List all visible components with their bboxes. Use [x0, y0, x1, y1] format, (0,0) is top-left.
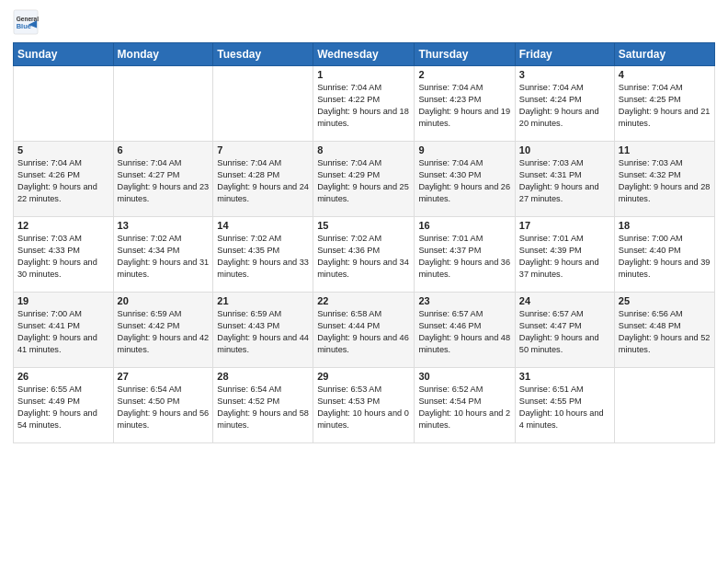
- weekday-header-row: SundayMondayTuesdayWednesdayThursdayFrid…: [14, 43, 715, 66]
- week-row-2: 5Sunrise: 7:04 AMSunset: 4:26 PMDaylight…: [14, 142, 715, 217]
- weekday-header-tuesday: Tuesday: [213, 43, 313, 66]
- cell-info: Sunrise: 6:52 AMSunset: 4:54 PMDaylight:…: [418, 384, 510, 431]
- calendar-cell: 31Sunrise: 6:51 AMSunset: 4:55 PMDayligh…: [515, 368, 614, 443]
- cell-info: Sunrise: 7:04 AMSunset: 4:26 PMDaylight:…: [17, 157, 109, 205]
- calendar-cell: [113, 66, 213, 142]
- day-number: 22: [317, 295, 410, 306]
- day-number: 6: [118, 144, 210, 155]
- weekday-header-wednesday: Wednesday: [313, 43, 415, 66]
- calendar-cell: 4Sunrise: 7:04 AMSunset: 4:25 PMDaylight…: [614, 66, 714, 142]
- cell-info: Sunrise: 6:57 AMSunset: 4:46 PMDaylight:…: [418, 308, 510, 356]
- cell-info: Sunrise: 7:04 AMSunset: 4:29 PMDaylight:…: [317, 157, 410, 205]
- day-number: 23: [418, 295, 510, 306]
- weekday-header-thursday: Thursday: [415, 43, 515, 66]
- day-number: 20: [118, 295, 210, 306]
- day-number: 2: [418, 69, 510, 80]
- day-number: 17: [519, 220, 610, 231]
- calendar-table: SundayMondayTuesdayWednesdayThursdayFrid…: [13, 42, 715, 443]
- logo-icon: General Blue: [13, 9, 39, 35]
- week-row-4: 19Sunrise: 7:00 AMSunset: 4:41 PMDayligh…: [14, 293, 715, 368]
- calendar-cell: 27Sunrise: 6:54 AMSunset: 4:50 PMDayligh…: [113, 368, 213, 443]
- day-number: 30: [418, 371, 510, 382]
- week-row-5: 26Sunrise: 6:55 AMSunset: 4:49 PMDayligh…: [14, 368, 715, 443]
- calendar-cell: 29Sunrise: 6:53 AMSunset: 4:53 PMDayligh…: [313, 368, 415, 443]
- day-number: 12: [17, 220, 109, 231]
- weekday-header-friday: Friday: [515, 43, 614, 66]
- day-number: 29: [317, 371, 410, 382]
- calendar-cell: 6Sunrise: 7:04 AMSunset: 4:27 PMDaylight…: [113, 142, 213, 217]
- day-number: 16: [418, 220, 510, 231]
- cell-info: Sunrise: 7:03 AMSunset: 4:32 PMDaylight:…: [619, 157, 711, 205]
- calendar-cell: 5Sunrise: 7:04 AMSunset: 4:26 PMDaylight…: [14, 142, 114, 217]
- day-number: 24: [519, 295, 610, 306]
- day-number: 19: [17, 295, 109, 306]
- calendar-cell: 30Sunrise: 6:52 AMSunset: 4:54 PMDayligh…: [415, 368, 515, 443]
- calendar-cell: 3Sunrise: 7:04 AMSunset: 4:24 PMDaylight…: [515, 66, 614, 142]
- day-number: 18: [619, 220, 711, 231]
- cell-info: Sunrise: 7:04 AMSunset: 4:22 PMDaylight:…: [317, 82, 410, 130]
- week-row-1: 1Sunrise: 7:04 AMSunset: 4:22 PMDaylight…: [14, 66, 715, 142]
- week-row-3: 12Sunrise: 7:03 AMSunset: 4:33 PMDayligh…: [14, 217, 715, 293]
- calendar-cell: 21Sunrise: 6:59 AMSunset: 4:43 PMDayligh…: [213, 293, 313, 368]
- calendar-cell: [614, 368, 714, 443]
- cell-info: Sunrise: 7:03 AMSunset: 4:31 PMDaylight:…: [519, 157, 610, 205]
- cell-info: Sunrise: 7:04 AMSunset: 4:28 PMDaylight:…: [217, 157, 309, 205]
- calendar-cell: 23Sunrise: 6:57 AMSunset: 4:46 PMDayligh…: [415, 293, 515, 368]
- day-number: 13: [118, 220, 210, 231]
- cell-info: Sunrise: 7:04 AMSunset: 4:25 PMDaylight:…: [619, 82, 711, 130]
- calendar-cell: 10Sunrise: 7:03 AMSunset: 4:31 PMDayligh…: [515, 142, 614, 217]
- cell-info: Sunrise: 6:55 AMSunset: 4:49 PMDaylight:…: [17, 384, 109, 431]
- day-number: 3: [519, 69, 610, 80]
- day-number: 27: [118, 371, 210, 382]
- calendar-cell: 8Sunrise: 7:04 AMSunset: 4:29 PMDaylight…: [313, 142, 415, 217]
- day-number: 14: [217, 220, 309, 231]
- calendar-cell: 18Sunrise: 7:00 AMSunset: 4:40 PMDayligh…: [614, 217, 714, 293]
- calendar-cell: 28Sunrise: 6:54 AMSunset: 4:52 PMDayligh…: [213, 368, 313, 443]
- day-number: 1: [317, 69, 410, 80]
- calendar-cell: 12Sunrise: 7:03 AMSunset: 4:33 PMDayligh…: [14, 217, 114, 293]
- calendar-cell: 13Sunrise: 7:02 AMSunset: 4:34 PMDayligh…: [113, 217, 213, 293]
- svg-text:General: General: [17, 16, 39, 22]
- cell-info: Sunrise: 6:59 AMSunset: 4:42 PMDaylight:…: [118, 308, 210, 356]
- logo: General Blue: [13, 9, 39, 35]
- calendar-page: General Blue SundayMondayTuesdayWednesda…: [0, 0, 728, 563]
- calendar-cell: 24Sunrise: 6:57 AMSunset: 4:47 PMDayligh…: [515, 293, 614, 368]
- svg-text:Blue: Blue: [17, 22, 31, 30]
- calendar-cell: 1Sunrise: 7:04 AMSunset: 4:22 PMDaylight…: [313, 66, 415, 142]
- calendar-cell: [14, 66, 114, 142]
- weekday-header-monday: Monday: [113, 43, 213, 66]
- cell-info: Sunrise: 6:54 AMSunset: 4:52 PMDaylight:…: [217, 384, 309, 431]
- day-number: 8: [317, 144, 410, 155]
- cell-info: Sunrise: 6:57 AMSunset: 4:47 PMDaylight:…: [519, 308, 610, 356]
- day-number: 9: [418, 144, 510, 155]
- cell-info: Sunrise: 6:59 AMSunset: 4:43 PMDaylight:…: [217, 308, 309, 356]
- cell-info: Sunrise: 7:04 AMSunset: 4:24 PMDaylight:…: [519, 82, 610, 130]
- calendar-cell: 19Sunrise: 7:00 AMSunset: 4:41 PMDayligh…: [14, 293, 114, 368]
- cell-info: Sunrise: 6:54 AMSunset: 4:50 PMDaylight:…: [118, 384, 210, 431]
- day-number: 7: [217, 144, 309, 155]
- cell-info: Sunrise: 7:01 AMSunset: 4:37 PMDaylight:…: [418, 233, 510, 281]
- cell-info: Sunrise: 7:04 AMSunset: 4:27 PMDaylight:…: [118, 157, 210, 205]
- day-number: 25: [619, 295, 711, 306]
- day-number: 31: [519, 371, 610, 382]
- cell-info: Sunrise: 7:02 AMSunset: 4:36 PMDaylight:…: [317, 233, 410, 281]
- cell-info: Sunrise: 6:51 AMSunset: 4:55 PMDaylight:…: [519, 384, 610, 431]
- calendar-cell: 7Sunrise: 7:04 AMSunset: 4:28 PMDaylight…: [213, 142, 313, 217]
- day-number: 5: [17, 144, 109, 155]
- calendar-cell: 22Sunrise: 6:58 AMSunset: 4:44 PMDayligh…: [313, 293, 415, 368]
- weekday-header-saturday: Saturday: [614, 43, 714, 66]
- cell-info: Sunrise: 7:04 AMSunset: 4:23 PMDaylight:…: [418, 82, 510, 130]
- cell-info: Sunrise: 7:01 AMSunset: 4:39 PMDaylight:…: [519, 233, 610, 281]
- day-number: 4: [619, 69, 711, 80]
- calendar-cell: [213, 66, 313, 142]
- calendar-cell: 17Sunrise: 7:01 AMSunset: 4:39 PMDayligh…: [515, 217, 614, 293]
- day-number: 10: [519, 144, 610, 155]
- calendar-cell: 25Sunrise: 6:56 AMSunset: 4:48 PMDayligh…: [614, 293, 714, 368]
- calendar-cell: 11Sunrise: 7:03 AMSunset: 4:32 PMDayligh…: [614, 142, 714, 217]
- cell-info: Sunrise: 7:00 AMSunset: 4:40 PMDaylight:…: [619, 233, 711, 281]
- calendar-cell: 16Sunrise: 7:01 AMSunset: 4:37 PMDayligh…: [415, 217, 515, 293]
- cell-info: Sunrise: 7:03 AMSunset: 4:33 PMDaylight:…: [17, 233, 109, 281]
- cell-info: Sunrise: 6:53 AMSunset: 4:53 PMDaylight:…: [317, 384, 410, 431]
- cell-info: Sunrise: 6:58 AMSunset: 4:44 PMDaylight:…: [317, 308, 410, 356]
- day-number: 15: [317, 220, 410, 231]
